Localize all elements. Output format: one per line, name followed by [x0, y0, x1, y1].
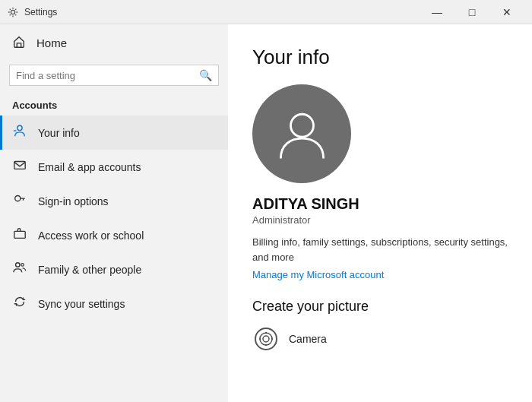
- sidebar-item-home[interactable]: Home: [0, 24, 228, 62]
- avatar: [252, 84, 351, 183]
- main-content: Your info ADITYA SINGH Administrator Bil…: [228, 24, 532, 402]
- sign-in-label: Sign-in options: [38, 195, 109, 207]
- search-icon: 🔍: [199, 69, 212, 81]
- email-icon: [12, 158, 27, 176]
- svg-point-0: [11, 10, 14, 14]
- svg-point-11: [263, 336, 269, 342]
- sidebar-item-your-info[interactable]: Your info: [0, 116, 228, 150]
- sync-label: Sync your settings: [38, 298, 125, 310]
- user-role: Administrator: [252, 214, 508, 226]
- user-name: ADITYA SINGH: [252, 195, 508, 213]
- close-button[interactable]: ✕: [489, 0, 524, 24]
- svg-point-10: [260, 333, 272, 345]
- manage-account-link[interactable]: Manage my Microsoft account: [252, 269, 508, 280]
- camera-item[interactable]: Camera: [252, 325, 508, 353]
- svg-rect-3: [14, 162, 25, 169]
- app-title: Settings: [24, 7, 57, 17]
- sidebar-item-sign-in[interactable]: Sign-in options: [0, 184, 228, 218]
- sync-icon: [12, 295, 27, 312]
- sidebar-item-email-accounts[interactable]: Email & app accounts: [0, 150, 228, 184]
- title-bar-left: Settings: [8, 7, 57, 17]
- key-icon: [12, 192, 27, 210]
- svg-point-9: [255, 328, 277, 350]
- app-body: Home 🔍 Accounts Your info: [0, 24, 532, 402]
- sidebar-section-title: Accounts: [0, 95, 228, 116]
- search-box[interactable]: 🔍: [9, 65, 219, 86]
- email-accounts-label: Email & app accounts: [38, 161, 141, 173]
- svg-point-4: [15, 196, 21, 201]
- svg-point-1: [17, 125, 22, 130]
- svg-point-15: [271, 338, 273, 340]
- family-icon: [12, 261, 27, 278]
- svg-point-6: [16, 263, 20, 267]
- sidebar-item-sync[interactable]: Sync your settings: [0, 286, 228, 321]
- work-school-label: Access work or school: [38, 229, 144, 242]
- camera-label: Camera: [289, 333, 327, 345]
- sidebar: Home 🔍 Accounts Your info: [0, 24, 228, 402]
- title-bar: Settings — □ ✕: [0, 0, 532, 24]
- sidebar-item-work-school[interactable]: Access work or school: [0, 218, 228, 252]
- avatar-svg: [274, 106, 331, 163]
- create-picture-heading: Create your picture: [252, 299, 508, 315]
- svg-point-13: [265, 344, 267, 346]
- maximize-button[interactable]: □: [454, 0, 489, 24]
- page-title: Your info: [252, 46, 508, 69]
- svg-point-14: [259, 338, 261, 340]
- your-info-label: Your info: [38, 127, 80, 139]
- billing-info: Billing info, family settings, subscript…: [252, 235, 508, 264]
- home-label: Home: [36, 36, 67, 49]
- settings-icon: [8, 7, 18, 17]
- camera-icon: [252, 325, 280, 353]
- svg-point-7: [21, 264, 24, 267]
- title-bar-controls: — □ ✕: [420, 0, 524, 24]
- minimize-button[interactable]: —: [420, 0, 454, 24]
- person-icon: [12, 124, 27, 141]
- home-icon: [12, 35, 26, 51]
- svg-rect-5: [14, 231, 25, 238]
- sidebar-item-family[interactable]: Family & other people: [0, 252, 228, 286]
- family-label: Family & other people: [38, 264, 141, 276]
- briefcase-icon: [12, 226, 27, 244]
- svg-point-12: [265, 332, 267, 334]
- svg-point-8: [290, 114, 313, 137]
- search-input[interactable]: [16, 70, 195, 81]
